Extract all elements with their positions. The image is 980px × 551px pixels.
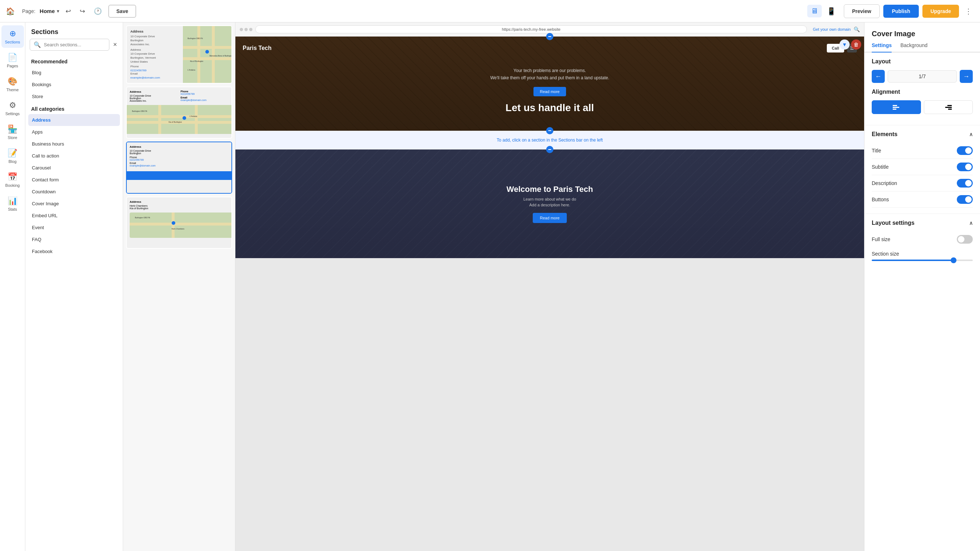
tab-background[interactable]: Background bbox=[900, 42, 928, 52]
sections-list: Recommended Blog Bookings Store All cate… bbox=[25, 55, 123, 551]
section-item-blog[interactable]: Blog bbox=[28, 67, 120, 79]
sidebar-label-sections: Sections bbox=[5, 40, 20, 44]
sidebar-item-settings[interactable]: ⚙ Settings bbox=[2, 97, 24, 119]
page-selector[interactable]: Home ▾ bbox=[40, 8, 59, 14]
mobile-view-button[interactable]: 📱 bbox=[823, 5, 840, 18]
section-item-address[interactable]: Address bbox=[28, 114, 120, 126]
sections-panel: Sections 🔍 × Recommended Blog Bookings S… bbox=[25, 22, 123, 551]
topbar-actions: Preview Publish Upgrade ⋮ bbox=[844, 4, 974, 18]
sidebar-label-store: Store bbox=[8, 135, 17, 140]
toggle-subtitle-label: Subtitle bbox=[872, 164, 889, 170]
store-icon: 🏪 bbox=[8, 125, 18, 134]
toggle-description-row: Description bbox=[872, 175, 973, 192]
blog-icon: 📝 bbox=[8, 148, 18, 158]
toggle-subtitle-switch[interactable] bbox=[957, 162, 973, 171]
svg-rect-5 bbox=[948, 109, 952, 110]
preview-area: https://paris-tech.my-free.website Get y… bbox=[235, 22, 864, 551]
sidebar-item-stats[interactable]: 📊 Stats bbox=[2, 192, 24, 215]
sidebar-item-blog[interactable]: 📝 Blog bbox=[2, 145, 24, 167]
svg-rect-1 bbox=[893, 107, 899, 108]
hero-body: Your tech problems are our problems. We'… bbox=[243, 58, 857, 124]
desktop-view-button[interactable]: 🖥 bbox=[807, 5, 822, 17]
sidebar-item-sections[interactable]: ⊕ Sections bbox=[2, 25, 24, 48]
section-size-label: Section size bbox=[872, 251, 973, 257]
get-domain-link[interactable]: Get your own domain bbox=[813, 27, 851, 32]
section-item-bookings[interactable]: Bookings bbox=[28, 79, 120, 91]
welcome-section: Welcome to Paris Tech Learn more about w… bbox=[235, 149, 864, 258]
fullsize-toggle[interactable] bbox=[957, 235, 973, 244]
booking-icon: 📅 bbox=[8, 172, 18, 182]
layout-prev-button[interactable]: ← bbox=[872, 70, 885, 83]
section-item-carousel[interactable]: Carousel bbox=[28, 162, 120, 174]
thumbnail-4[interactable]: Address Herb Chambers Kia of Burlington … bbox=[126, 197, 232, 249]
save-button[interactable]: Save bbox=[108, 5, 136, 18]
sidebar-item-theme[interactable]: 🎨 Theme bbox=[2, 73, 24, 95]
section-item-faq[interactable]: FAQ bbox=[28, 233, 120, 245]
thumb2-map: Burlington OBGYN Kia of Burlington L'And… bbox=[127, 105, 231, 134]
layout-settings-title[interactable]: Layout settings ∧ bbox=[872, 220, 973, 226]
toggle-buttons-switch[interactable] bbox=[957, 195, 973, 204]
align-right-button[interactable] bbox=[924, 100, 973, 114]
section-item-event[interactable]: Event bbox=[28, 222, 120, 233]
section-item-store[interactable]: Store bbox=[28, 91, 120, 102]
thumbnail-2[interactable]: Address 10 Corporate Drive Burlington As… bbox=[126, 87, 232, 139]
thumbnail-3[interactable]: Address 10 Corporate Drive Burlington Ph… bbox=[126, 141, 232, 194]
upgrade-button[interactable]: Upgrade bbox=[923, 5, 959, 18]
svg-rect-2 bbox=[893, 109, 896, 110]
welcome-top-drag-handle[interactable] bbox=[546, 146, 554, 153]
search-field-wrapper: 🔍 bbox=[30, 39, 109, 51]
browser-search-icon[interactable]: 🔍 bbox=[854, 26, 860, 32]
hero-move-down-button[interactable]: ▼ bbox=[840, 40, 850, 49]
thumbnail-1[interactable]: Address 10 Corporate Drive Burlington As… bbox=[126, 25, 232, 84]
section-item-embed-url[interactable]: Embed URL bbox=[28, 210, 120, 222]
section-item-contact-form[interactable]: Contact form bbox=[28, 174, 120, 186]
page-label: Page: bbox=[22, 8, 35, 14]
sidebar-item-store[interactable]: 🏪 Store bbox=[2, 121, 24, 143]
layout-next-button[interactable]: → bbox=[960, 70, 973, 83]
layout-settings-chevron-icon: ∧ bbox=[969, 220, 973, 226]
undo-button[interactable]: ↩ bbox=[64, 5, 73, 17]
hero-bottom-drag-handle[interactable] bbox=[546, 127, 554, 134]
toggle-buttons-row: Buttons bbox=[872, 192, 973, 208]
section-item-apps[interactable]: Apps bbox=[28, 126, 120, 138]
section-item-call-to-action[interactable]: Call to action bbox=[28, 150, 120, 162]
hero-edit-controls: ▼ 🗑 bbox=[840, 40, 861, 49]
hero-title: Let us handle it all bbox=[506, 102, 594, 114]
elements-section-title[interactable]: Elements ∧ bbox=[872, 131, 973, 138]
welcome-title: Welcome to Paris Tech bbox=[507, 185, 593, 194]
toggle-description-switch[interactable] bbox=[957, 179, 973, 187]
preview-button[interactable]: Preview bbox=[844, 4, 880, 18]
home-icon[interactable]: 🏠 bbox=[6, 7, 15, 16]
hero-subtitle: Your tech problems are our problems. bbox=[490, 68, 609, 73]
toggle-title-switch[interactable] bbox=[957, 146, 973, 155]
search-input[interactable] bbox=[44, 42, 105, 48]
hero-top-drag-handle[interactable] bbox=[546, 33, 554, 40]
close-icon[interactable]: × bbox=[111, 40, 118, 50]
thumb1-text: Address 10 Corporate Drive Burlington As… bbox=[127, 26, 183, 83]
tab-settings[interactable]: Settings bbox=[872, 42, 892, 52]
section-item-business-hours[interactable]: Business hours bbox=[28, 138, 120, 150]
redo-button[interactable]: ↪ bbox=[78, 5, 87, 17]
hero-read-more-button[interactable]: Read more bbox=[533, 87, 566, 96]
layout-counter: 1/7 bbox=[888, 70, 957, 83]
thumb2-text: Address 10 Corporate Drive Burlington As… bbox=[127, 87, 231, 105]
panel-tabs: Settings Background bbox=[864, 42, 980, 52]
more-options-icon[interactable]: ⋮ bbox=[963, 5, 974, 18]
page-name: Home bbox=[40, 8, 55, 14]
welcome-read-more-button[interactable]: Read more bbox=[533, 213, 567, 223]
slider-thumb[interactable] bbox=[951, 257, 956, 263]
hero-section-wrapper: ▼ 🗑 Paris Tech Call ☰ Your tech problems… bbox=[235, 37, 864, 131]
section-item-cover-image[interactable]: Cover Image bbox=[28, 198, 120, 210]
topbar: 🏠 Page: Home ▾ ↩ ↪ 🕐 Save 🖥 📱 Preview Pu… bbox=[0, 0, 980, 22]
sidebar-label-pages: Pages bbox=[7, 64, 18, 68]
sidebar-item-pages[interactable]: 📄 Pages bbox=[2, 49, 24, 72]
section-item-facebook[interactable]: Facebook bbox=[28, 245, 120, 257]
svg-rect-3 bbox=[947, 105, 952, 106]
elements-label: Elements bbox=[872, 131, 897, 138]
sidebar-item-booking[interactable]: 📅 Booking bbox=[2, 169, 24, 191]
align-left-button[interactable] bbox=[872, 100, 921, 114]
publish-button[interactable]: Publish bbox=[883, 5, 919, 18]
hero-delete-button[interactable]: 🗑 bbox=[851, 40, 861, 49]
section-item-countdown[interactable]: Countdown bbox=[28, 186, 120, 198]
history-button[interactable]: 🕐 bbox=[92, 5, 104, 17]
